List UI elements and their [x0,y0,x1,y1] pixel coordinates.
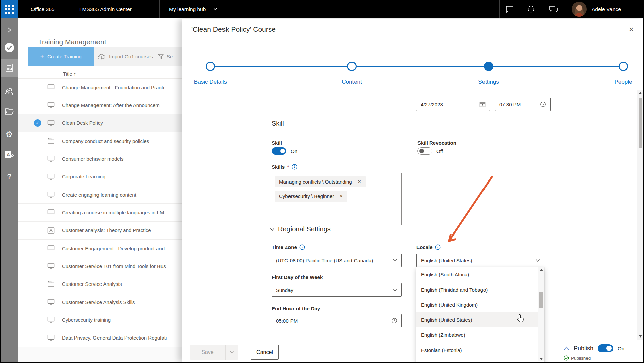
locale-dropdown-list: English (South Africa) English (Trinidad… [416,267,544,362]
table-row[interactable]: Change Management - Foundation and Pract… [18,79,182,96]
skill-revocation-state: Off [436,148,443,154]
rail-training-management[interactable] [0,63,18,72]
rail-lms365-home[interactable] [0,43,18,52]
rail-expand-button[interactable] [0,25,18,35]
timezone-select[interactable]: (UTC-08:00) Pacific Time (US and Canada) [272,254,402,267]
sort-ascending-icon: ↑ [74,71,76,77]
table-row[interactable]: Consumer behavior models [18,150,182,168]
app-launcher-button[interactable] [0,0,18,18]
folder-icon [5,108,14,115]
tab-content[interactable]: Content [315,79,389,85]
clock-icon [540,101,546,107]
table-row[interactable]: Customer analysis: Theory and Practice [18,222,182,240]
scroll-down-arrow[interactable] [538,356,544,361]
table-row[interactable]: Data Privacy, General Data Protection Re… [18,329,182,347]
scroll-up-arrow[interactable] [538,267,544,272]
course-icon [47,263,55,270]
bell-icon [527,5,535,14]
filter-button-partial[interactable]: Se [167,54,173,59]
hub-menu[interactable]: My learning hub [169,0,206,18]
table-row[interactable]: Company conduct and security policies [18,132,182,150]
chevron-right-icon [7,27,12,33]
table-row[interactable]: Customer Engagement - Develop product an… [18,240,182,257]
skill-tag: Cybersecurity \ Beginner ✕ [275,191,347,202]
create-training-button[interactable]: + Create Training [28,47,94,66]
table-row[interactable]: Create engaging learning content [18,186,182,204]
save-options-button[interactable] [226,351,238,354]
feedback-button[interactable] [544,0,563,18]
start-time-field[interactable]: 07:30 PM [495,98,551,111]
rail-settings[interactable]: ⚙ [0,129,18,139]
course-icon [47,209,55,216]
course-icon [47,155,55,163]
locale-label: Locale [416,244,441,250]
rail-admin-config[interactable]: A [0,150,18,159]
save-button[interactable]: Save [190,345,238,360]
locale-option[interactable]: English (South Africa) [416,267,539,282]
chevron-up-icon[interactable] [564,346,569,350]
publish-toggle[interactable] [598,344,613,352]
dropdown-scrollbar[interactable] [538,267,544,361]
import-go1-button[interactable]: Import Go1 courses [109,54,153,59]
rail-course-files[interactable] [0,107,18,116]
first-day-select[interactable]: Sunday [272,283,402,297]
lms365-logo-icon [4,43,14,53]
locale-option[interactable]: English (Trinidad and Tobago) [416,282,539,297]
table-row[interactable]: Customer Service Analysis [18,275,182,293]
course-settings-dialog: 'Clean Desk Policy' Course ✕ Basic Detai… [182,19,644,362]
locale-option[interactable]: English (United Kingdom) [416,297,539,312]
locale-select[interactable]: English (United States) [416,254,544,267]
chat-icon [505,5,514,13]
avatar[interactable] [572,2,587,17]
admin-left-rail: ⚙ A ? [0,18,18,362]
remove-tag-icon[interactable]: ✕ [339,194,343,199]
gear-icon: ⚙ [6,130,13,138]
rail-help[interactable]: ? [0,172,18,182]
tab-settings[interactable]: Settings [452,79,525,85]
scroll-thumb[interactable] [639,98,642,148]
app-title[interactable]: LMS365 Admin Center [79,0,132,18]
skill-revocation-toggle[interactable] [417,147,432,155]
waffle-icon [5,5,14,14]
remove-tag-icon[interactable]: ✕ [358,179,361,184]
end-hour-field[interactable]: 05:00 PM [272,314,402,327]
selected-check-icon[interactable]: ✓ [34,119,41,127]
tab-basic-details[interactable]: Basic Details [174,79,247,85]
table-row[interactable]: Customer Service 101 from Mind Tools for… [18,257,182,275]
skills-input[interactable]: Managing conflicts \ Outstanding ✕ Cyber… [272,173,402,225]
table-row[interactable]: Corporate Learning [18,168,182,186]
skill-toggle-state: On [291,148,297,154]
notifications-button[interactable] [522,0,540,18]
locale-option[interactable]: English (Zimbabwe) [416,327,539,343]
step-circle-content[interactable] [347,62,357,71]
cancel-button[interactable]: Cancel [251,345,279,360]
tab-people[interactable]: People [586,79,644,85]
chat-button[interactable] [500,0,519,18]
regional-settings-heading[interactable]: Regional Settings [270,225,331,233]
course-icon [47,120,55,127]
scroll-up-arrow[interactable] [637,91,643,96]
step-circle-basic-details[interactable] [206,62,215,71]
table-row[interactable]: Change Management: After the Announcem [18,96,182,114]
column-header-title[interactable]: Title ↑ [63,71,76,77]
table-row[interactable]: Cybersecurity training [18,311,182,329]
brand-office365[interactable]: Office 365 [31,0,54,18]
training-plan-icon [47,281,55,288]
rail-learners[interactable] [0,87,18,96]
skill-toggle[interactable] [272,147,286,155]
info-icon[interactable] [435,244,441,250]
info-icon[interactable] [292,164,297,170]
table-row[interactable]: Creating a course in multiple languages … [18,204,182,221]
step-circle-settings[interactable] [484,62,493,71]
form-scrollbar[interactable] [637,90,643,340]
scroll-down-arrow[interactable] [637,334,643,339]
user-name[interactable]: Adele Vance [592,0,621,18]
start-date-field[interactable]: 4/27/2023 [416,98,490,111]
step-circle-people[interactable] [619,62,628,71]
table-row-selected[interactable]: ✓ Clean Desk Policy [18,114,182,132]
locale-option[interactable]: Estonian (Estonia) [416,343,539,358]
scroll-thumb[interactable] [539,292,543,308]
info-icon[interactable] [299,244,305,250]
table-row[interactable]: Customer Service Analysis Skills [18,293,182,311]
close-button[interactable]: ✕ [626,24,637,35]
